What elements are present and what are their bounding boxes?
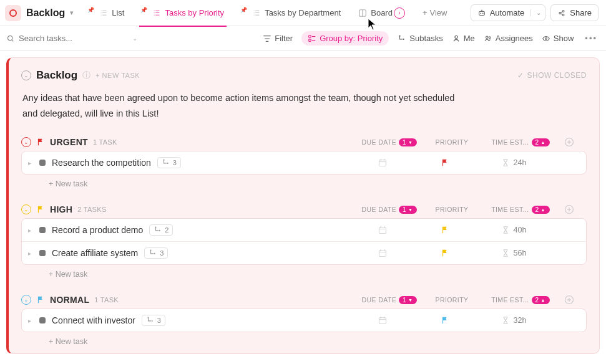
- task-priority-cell[interactable]: [420, 316, 470, 325]
- assignees-label: Assignees: [496, 34, 533, 43]
- svg-point-12: [7, 36, 12, 40]
- column-priority[interactable]: PRIORITY: [427, 138, 477, 146]
- svg-point-40: [159, 230, 160, 231]
- task-table: ▸Research the competition324h: [21, 151, 587, 175]
- collapse-group-icon[interactable]: ⌄: [21, 204, 31, 214]
- expand-task-icon[interactable]: ▸: [28, 227, 37, 234]
- status-box-icon[interactable]: [39, 227, 46, 233]
- task-priority-cell[interactable]: [420, 158, 470, 167]
- top-toolbar: Backlog ▾ 📌 List 📌 Tasks by Priority 📌 T…: [0, 0, 606, 26]
- column-time-estimate[interactable]: TIME EST... 2▲: [477, 296, 564, 304]
- filter-toolbar: ⌄ Filter Group by: Priority Subtasks Me …: [0, 26, 606, 51]
- svg-rect-30: [379, 160, 386, 166]
- group-task-count: 1 TASK: [94, 296, 119, 304]
- more-menu-button[interactable]: •••: [582, 34, 600, 43]
- view-tab-tasks-by-department[interactable]: 📌 Tasks by Department: [234, 0, 348, 26]
- task-time-estimate-cell[interactable]: 56h: [470, 249, 557, 257]
- column-priority[interactable]: PRIORITY: [427, 296, 477, 304]
- board-go-icon[interactable]: ›: [394, 7, 405, 19]
- task-priority-cell[interactable]: [420, 226, 470, 234]
- task-due-date-cell[interactable]: [345, 248, 420, 258]
- column-due-date[interactable]: DUE DATE 1▼: [352, 138, 427, 146]
- add-column-button[interactable]: [564, 295, 587, 305]
- view-tab-label: Tasks by Priority: [165, 8, 224, 17]
- view-tab-tasks-by-priority[interactable]: 📌 Tasks by Priority: [134, 0, 232, 26]
- group-header: ⌄URGENT1 TASKDUE DATE 1▼PRIORITYTIME EST…: [21, 137, 587, 147]
- automate-button[interactable]: Automate ⌄: [471, 4, 546, 21]
- search-box[interactable]: ⌄: [6, 34, 137, 43]
- svg-line-11: [561, 13, 563, 14]
- chevron-down-icon[interactable]: ⌄: [132, 35, 137, 42]
- column-due-date[interactable]: DUE DATE 1▼: [352, 296, 427, 304]
- group-name: NORMAL: [50, 295, 89, 305]
- show-button[interactable]: Show: [542, 34, 574, 43]
- group-name: HIGH: [50, 204, 72, 214]
- expand-task-icon[interactable]: ▸: [28, 160, 37, 166]
- breadcrumb-title[interactable]: Backlog: [26, 7, 65, 19]
- search-input[interactable]: [19, 34, 112, 43]
- task-time-estimate-cell[interactable]: 40h: [470, 226, 557, 234]
- status-box-icon[interactable]: [39, 317, 46, 323]
- svg-point-58: [151, 320, 152, 322]
- column-due-date[interactable]: DUE DATE 1▼: [352, 206, 427, 214]
- column-priority[interactable]: PRIORITY: [427, 206, 477, 213]
- subtask-count-button[interactable]: 3: [157, 157, 181, 168]
- me-button[interactable]: Me: [452, 34, 475, 43]
- svg-line-10: [561, 11, 563, 12]
- hourglass-icon: [501, 158, 510, 167]
- task-due-date-cell[interactable]: [345, 158, 420, 168]
- app-logo[interactable]: [5, 5, 21, 21]
- group-by-button[interactable]: Group by: Priority: [301, 31, 389, 46]
- chevron-down-icon[interactable]: ⌄: [530, 9, 541, 16]
- list-title: Backlog: [36, 69, 77, 82]
- new-task-button[interactable]: + New task: [21, 265, 587, 279]
- priority-group: ⌄NORMAL1 TASKDUE DATE 1▼PRIORITYTIME EST…: [21, 295, 587, 346]
- subtask-count-button[interactable]: 3: [142, 315, 165, 326]
- svg-rect-48: [379, 251, 386, 257]
- column-time-estimate[interactable]: TIME EST... 2▲: [477, 138, 564, 146]
- task-due-date-cell[interactable]: [345, 315, 420, 325]
- add-view-button[interactable]: + View: [415, 0, 455, 26]
- info-icon[interactable]: ⓘ: [82, 70, 90, 81]
- collapse-list-icon[interactable]: ⌄: [21, 70, 31, 80]
- task-row[interactable]: ▸Create affiliate system356h: [22, 242, 586, 264]
- task-due-date-cell[interactable]: [345, 225, 420, 235]
- view-tab-board[interactable]: Board ›: [351, 0, 413, 26]
- share-label: Share: [570, 8, 592, 17]
- status-box-icon[interactable]: [39, 250, 46, 256]
- task-row[interactable]: ▸Research the competition324h: [22, 151, 586, 174]
- expand-task-icon[interactable]: ▸: [28, 250, 37, 257]
- time-estimate-value: 40h: [514, 226, 527, 234]
- view-tab-list[interactable]: 📌 List: [81, 0, 132, 26]
- svg-rect-59: [379, 318, 386, 324]
- share-button[interactable]: Share: [550, 4, 599, 21]
- new-task-header-button[interactable]: + NEW TASK: [95, 72, 140, 79]
- assignees-button[interactable]: Assignees: [484, 34, 533, 43]
- status-box-icon[interactable]: [39, 160, 46, 166]
- new-task-button[interactable]: + New task: [21, 175, 587, 188]
- filter-button[interactable]: Filter: [263, 34, 293, 43]
- collapse-group-icon[interactable]: ⌄: [21, 137, 31, 147]
- collapse-group-icon[interactable]: ⌄: [21, 295, 31, 305]
- subtask-count-button[interactable]: 3: [144, 247, 168, 259]
- subtasks-button[interactable]: Subtasks: [398, 34, 442, 43]
- add-column-button[interactable]: [564, 137, 587, 147]
- task-priority-cell[interactable]: [420, 249, 470, 257]
- task-row[interactable]: ▸Record a product demo240h: [22, 219, 586, 242]
- task-time-estimate-cell[interactable]: 32h: [470, 316, 557, 325]
- logo-circle-icon: [9, 9, 17, 17]
- task-row[interactable]: ▸Connect with investor332h: [22, 309, 586, 332]
- hourglass-icon: [501, 226, 510, 234]
- show-closed-button[interactable]: ✓ SHOW CLOSED: [517, 71, 587, 80]
- subtask-count-button[interactable]: 2: [149, 224, 173, 236]
- svg-point-47: [154, 253, 155, 254]
- task-time-estimate-cell[interactable]: 24h: [470, 158, 557, 167]
- expand-task-icon[interactable]: ▸: [28, 317, 37, 324]
- breadcrumb-caret-icon[interactable]: ▾: [70, 9, 74, 17]
- sort-badge: 2▲: [532, 138, 550, 146]
- column-time-estimate[interactable]: TIME EST... 2▲: [477, 206, 564, 214]
- list-icon: [152, 9, 161, 17]
- add-column-button[interactable]: [564, 204, 587, 214]
- new-task-button[interactable]: + New task: [21, 332, 587, 346]
- svg-point-6: [481, 9, 482, 10]
